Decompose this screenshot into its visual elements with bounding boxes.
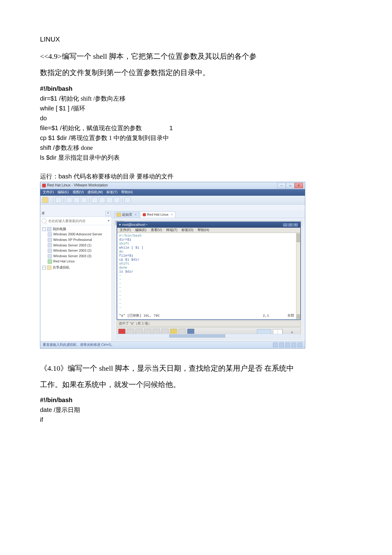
toolbar-button[interactable] (99, 197, 105, 203)
menu-vm[interactable]: 虚拟机(M) (87, 190, 103, 195)
tree-item[interactable]: Windows Server 2003 (2) (48, 248, 110, 254)
question-4-9: <<4.9>编写一个 shell 脚本，它把第二个位置参数及其以后的各个参 数指… (40, 48, 355, 81)
code1-l2: while [ $1 ] /循环 (40, 104, 355, 113)
minimize-button[interactable]: — (277, 183, 286, 188)
terminal-close[interactable]: × (293, 223, 298, 227)
toolbar-button[interactable] (55, 197, 62, 203)
computer-icon (47, 227, 51, 231)
toolbar-button[interactable] (66, 197, 72, 203)
tree-item[interactable]: Windows XP Professional (48, 237, 110, 243)
window-title: Red Hat Linux - VMware Workstation (47, 182, 108, 188)
shebang: #!/bin/bash (40, 84, 355, 93)
terminal-minimize[interactable]: _ (282, 223, 288, 227)
code1-l3: do (40, 114, 355, 123)
viewport-scrollbar[interactable] (117, 334, 301, 338)
maximize-button[interactable]: ▭ (286, 183, 294, 188)
content-pane: 起始页 × Red Hat Linux × (112, 210, 305, 341)
status-icon[interactable] (291, 342, 296, 347)
term-menu-help[interactable]: 帮助(H) (198, 227, 209, 233)
term-menu-terminal[interactable]: 终端(T) (166, 227, 177, 233)
close-icon[interactable]: × (135, 212, 137, 217)
term-menu-tabs[interactable]: 标签(O) (182, 227, 193, 233)
terminal-scrollbar[interactable] (296, 233, 300, 319)
menu-view[interactable]: 视图(V) (73, 190, 84, 195)
dropdown-icon[interactable]: ▾ (107, 218, 110, 224)
term-menu-view[interactable]: 查看(V) (151, 227, 162, 233)
nautilus-status: 选中了 "a"（有 1 项） (117, 321, 301, 327)
q410-line2: 工作。如果在系统中，就发一个问候给他。 (40, 377, 355, 393)
vm-icon (48, 243, 52, 247)
code1-l4: file=$1 /初始化，赋值现在位置的参数1 (40, 123, 355, 133)
term-menu-edit[interactable]: 编辑(E) (135, 227, 146, 233)
code2-l1: date /显示日期 (40, 405, 355, 415)
status-icon[interactable] (273, 342, 278, 347)
vm-running-icon (48, 259, 52, 264)
run-line: 运行：bash 代码名称要移动的目录 要移动的文件 (40, 171, 355, 181)
tab-home[interactable]: 起始页 × (114, 211, 139, 218)
close-button[interactable]: ✕ (294, 183, 303, 188)
tree-shared[interactable]: − 共享虚拟机 (42, 265, 110, 270)
question-4-10: 《4.10》编写一个 shell 脚本，显示当天日期，查找给定的某用户是否 在系… (40, 360, 355, 393)
library-search: ▾ (40, 217, 112, 225)
menu-file[interactable]: 文件(F) (43, 190, 54, 195)
vim-status: "a" [已转换] 10L, 79C 2,1全部 (119, 313, 294, 319)
search-input[interactable] (48, 219, 107, 223)
tree-item[interactable]: Windows Server 2003 (3) (48, 254, 110, 259)
window-titlebar: Red Hat Linux - VMware Workstation — ▭ ✕ (40, 182, 305, 189)
power-on-button[interactable] (42, 197, 48, 203)
statusbar: 要直接输入到此虚拟机，请将光标移进 Ctrl+G。 (40, 341, 305, 348)
library-pane: 库 × ▾ − 我的电脑 Windows 2000 Advanced Serve… (40, 210, 112, 341)
tabs-row: 起始页 × Red Hat Linux × (112, 210, 305, 218)
tree-item[interactable]: Windows 2000 Advanced Server (48, 232, 110, 237)
status-icons (273, 342, 302, 347)
terminal-titlebar: ▾root@localhost:~ _ □ × (117, 222, 300, 228)
tree-item-active[interactable]: Red Hat Linux (48, 259, 110, 264)
q49-line1: <<4.9>编写一个 shell 脚本，它把第二个位置参数及其以后的各个参 (40, 48, 355, 65)
tree-item[interactable]: Windows Server 2003 (1) (48, 243, 110, 248)
code1-l5: cp $1 $dir /将现位置参数 1 中的值复制到目录中 (40, 133, 355, 142)
q49-line2: 数指定的文件复制到第一个位置参数指定的目录中。 (40, 65, 355, 81)
code2-l2: if (40, 415, 355, 425)
tree-root[interactable]: − 我的电脑 (42, 226, 110, 232)
folder-icon (47, 266, 51, 270)
library-close-icon[interactable]: × (106, 211, 110, 216)
toolbar-button[interactable] (125, 197, 131, 203)
close-icon[interactable]: × (171, 212, 173, 217)
toolbar-button[interactable] (114, 197, 120, 203)
code-block-1: #!/bin/bash dir=$1 /初始化 shift /参数向左移 whi… (40, 84, 355, 162)
code1-l1: dir=$1 /初始化 shift /参数向左移 (40, 94, 355, 103)
status-icon[interactable] (298, 342, 302, 347)
terminal-window: ▾root@localhost:~ _ □ × 文件(F) 编辑(E) 查看(V… (117, 222, 301, 320)
status-icon[interactable] (285, 342, 290, 347)
menu-tabs[interactable]: 标签(T) (106, 190, 118, 195)
status-icon[interactable] (279, 342, 284, 347)
q410-line1: 《4.10》编写一个 shell 脚本，显示当天日期，查找给定的某用户是否 在系… (40, 360, 355, 377)
terminal-menubar: 文件(F) 编辑(E) 查看(V) 终端(T) 标签(O) 帮助(H) (117, 228, 300, 233)
tab-redhat[interactable]: Red Hat Linux × (140, 211, 176, 218)
code1-l7: ls $dir 显示指定目录中的列表 (40, 153, 355, 162)
menubar: 文件(F) 编辑(E) 视图(V) 虚拟机(M) 标签(T) 帮助(H) (40, 189, 305, 196)
code1-l6: shift /参数左移 done (40, 143, 355, 152)
toolbar-button[interactable] (106, 197, 113, 203)
vm-tree: − 我的电脑 Windows 2000 Advanced Server Wind… (40, 225, 112, 272)
vmware-screenshot: Red Hat Linux - VMware Workstation — ▭ ✕… (40, 182, 305, 349)
terminal-body[interactable]: #!/bin/bash dir=$1 shift while [ $1 ] do… (117, 233, 300, 319)
toolbar-button[interactable] (92, 197, 98, 203)
search-icon (42, 218, 46, 223)
menu-help[interactable]: 帮助(H) (121, 190, 133, 195)
term-menu-file[interactable]: 文件(F) (120, 227, 131, 233)
menu-edit[interactable]: 编辑(E) (58, 190, 69, 195)
vm-viewport[interactable]: ▾root@localhost:~ _ □ × 文件(F) 编辑(E) 查看(V… (114, 220, 303, 340)
toolbar-button[interactable] (74, 197, 80, 203)
shebang: #!/bin/bash (40, 395, 355, 405)
app-icon (42, 184, 46, 187)
terminal-maximize[interactable]: □ (288, 223, 293, 227)
vm-icon (48, 249, 52, 253)
status-text: 要直接输入到此虚拟机，请将光标移进 Ctrl+G。 (43, 342, 114, 348)
toolbar (40, 196, 305, 205)
vm-icon (48, 238, 52, 242)
redhat-icon (143, 213, 146, 216)
toolbar-button[interactable] (81, 197, 87, 203)
window-controls: — ▭ ✕ (277, 183, 303, 188)
home-icon (117, 213, 121, 217)
